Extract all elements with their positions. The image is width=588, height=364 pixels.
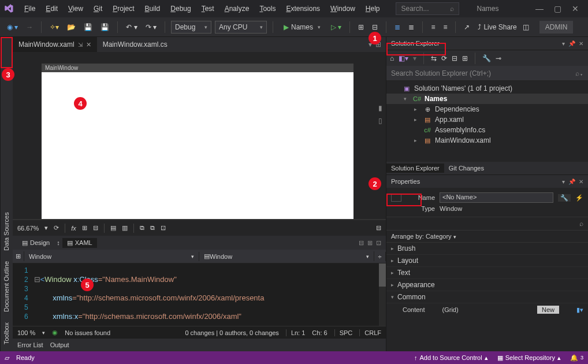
- bottom-tab-output[interactable]: Output: [50, 341, 69, 348]
- prop-category-brush[interactable]: ▸Brush: [386, 243, 588, 255]
- close-panel-icon[interactable]: ✕: [579, 40, 583, 47]
- designer-surface[interactable]: MainWindow ▮ ▯: [13, 52, 386, 220]
- indent-right-icon[interactable]: ≣: [406, 22, 416, 32]
- panel-menu-icon[interactable]: ▾: [562, 179, 565, 185]
- menu-analyze[interactable]: Analyze: [220, 2, 254, 15]
- tree-item[interactable]: ▣Solution 'Names' (1 of 1 project): [386, 83, 588, 94]
- menu-git[interactable]: Git: [89, 2, 107, 15]
- save-all-icon[interactable]: 💾: [98, 22, 111, 32]
- collapse-icon[interactable]: ⊟: [452, 54, 457, 62]
- fx-icon[interactable]: fx: [71, 225, 76, 232]
- prop-search[interactable]: ⌕: [386, 217, 588, 231]
- close-icon[interactable]: ✕: [572, 4, 579, 13]
- layout2-icon[interactable]: ⊟: [376, 224, 381, 232]
- refresh-icon[interactable]: ⟳: [441, 54, 447, 62]
- share-icon[interactable]: ↗: [462, 22, 472, 32]
- expand-icon[interactable]: ▯: [378, 117, 382, 125]
- tree-item[interactable]: ▸▤MainWindow.xaml: [386, 135, 588, 146]
- switch-view-icon[interactable]: ◧▾: [399, 54, 408, 62]
- undo-icon[interactable]: ↶ ▾: [124, 22, 139, 32]
- tree-item[interactable]: c#AssemblyInfo.cs: [386, 125, 588, 135]
- close-panel-icon[interactable]: ✕: [579, 179, 583, 185]
- menu-edit[interactable]: Edit: [41, 2, 62, 15]
- tree-item[interactable]: ▸▤App.xaml: [386, 114, 588, 125]
- feedback-icon[interactable]: ◫: [520, 22, 531, 32]
- left-tab-document-outline[interactable]: Document Outline: [2, 259, 12, 314]
- changes-status[interactable]: 0 changes | 0 authors, 0 changes: [185, 329, 278, 336]
- snap-icon[interactable]: ⊟: [93, 224, 98, 232]
- minimize-icon[interactable]: —: [535, 4, 544, 13]
- code-editor[interactable]: 123456 ⊟<Window x:Class="Names.MainWindo…: [13, 263, 386, 326]
- nav-fwd-icon[interactable]: →: [24, 22, 35, 32]
- panel-menu-icon[interactable]: ▾: [562, 40, 565, 47]
- collapse-icon[interactable]: ⊡: [376, 239, 381, 247]
- context-icon[interactable]: ⊞: [13, 251, 24, 261]
- prop-category-appearance[interactable]: ▸Appearance: [386, 279, 588, 291]
- layout-icon[interactable]: ⊡: [161, 224, 166, 232]
- menu-view[interactable]: View: [64, 2, 88, 15]
- home-icon[interactable]: ⌂: [390, 54, 394, 62]
- grid-icon[interactable]: ⊞: [82, 224, 87, 232]
- crlf-status[interactable]: CRLF: [359, 329, 381, 336]
- ln-status[interactable]: Ln: 1: [286, 329, 305, 336]
- panel-tab-solution-explorer[interactable]: Solution Explorer: [386, 164, 444, 173]
- misc2-icon[interactable]: ▥: [122, 224, 128, 232]
- spc-status[interactable]: SPC: [334, 329, 353, 336]
- wrench-icon[interactable]: 🔧: [482, 54, 491, 62]
- bottom-tab-error-list[interactable]: Error List: [17, 341, 43, 348]
- issues-status[interactable]: No issues found: [65, 329, 110, 336]
- open-icon[interactable]: 📂: [65, 22, 78, 32]
- menu-debug[interactable]: Debug: [166, 2, 195, 15]
- refresh-icon[interactable]: ⟳: [54, 224, 59, 232]
- new-item-icon[interactable]: ✧▾: [47, 22, 61, 32]
- context-right[interactable]: ▤ Window▾: [199, 251, 374, 261]
- search-box[interactable]: Search... ⌕: [396, 2, 459, 15]
- menu-test[interactable]: Test: [197, 2, 219, 15]
- pin-icon[interactable]: 📌: [568, 179, 575, 185]
- name-input[interactable]: <No Name>: [440, 192, 553, 203]
- code-icon[interactable]: ⧉: [140, 224, 144, 232]
- new-button[interactable]: New: [537, 306, 559, 314]
- start-button[interactable]: ▶ Names ▾: [279, 22, 325, 32]
- context-left[interactable]: Window▾: [24, 252, 199, 261]
- xaml-mode-tab[interactable]: ▤XAML: [62, 238, 97, 248]
- tool-misc2-icon[interactable]: ⊟: [370, 22, 380, 32]
- maximize-icon[interactable]: ▢: [554, 4, 561, 13]
- close-tab-icon[interactable]: ✕: [86, 41, 91, 49]
- event-icon[interactable]: ⚡: [575, 194, 583, 202]
- menu-file[interactable]: File: [20, 2, 40, 15]
- solution-tree[interactable]: ▣Solution 'Names' (1 of 1 project)▾C#Nam…: [386, 81, 588, 162]
- comment-icon[interactable]: ≡: [429, 22, 437, 32]
- swap-icon[interactable]: ↕: [57, 239, 60, 246]
- sync-icon[interactable]: ⇆: [431, 54, 437, 62]
- pin-icon[interactable]: 📌: [568, 40, 575, 47]
- wrench-icon[interactable]: 🔧: [558, 194, 571, 202]
- code2-icon[interactable]: ⧉: [150, 224, 155, 232]
- editor-scrollbar[interactable]: [379, 263, 386, 326]
- prop-category-text[interactable]: ▸Text: [386, 267, 588, 279]
- prop-category-common[interactable]: ▾Common: [386, 291, 588, 303]
- nav-back-icon[interactable]: ◉ ▾: [5, 22, 20, 32]
- config-dropdown[interactable]: Debug: [171, 21, 211, 34]
- redo-icon[interactable]: ↷ ▾: [143, 22, 159, 32]
- menu-extensions[interactable]: Extensions: [281, 2, 325, 15]
- doc-tab-mainwindow-xaml[interactable]: MainWindow.xaml ⇲ ✕: [13, 37, 97, 52]
- notifications-icon[interactable]: 🔔3: [570, 354, 583, 362]
- split-v-icon[interactable]: ⊞: [367, 239, 373, 247]
- save-icon[interactable]: 💾: [81, 22, 95, 32]
- menu-build[interactable]: Build: [140, 2, 165, 15]
- misc-icon[interactable]: ▤: [110, 224, 116, 232]
- panel-tab-git-changes[interactable]: Git Changes: [444, 164, 489, 173]
- marker-icon[interactable]: ▮▾: [576, 306, 583, 314]
- live-share-button[interactable]: ⤴ Live Share: [478, 23, 516, 31]
- menu-tools[interactable]: Tools: [255, 2, 280, 15]
- ch-status[interactable]: Ch: 6: [312, 329, 327, 336]
- preview-icon[interactable]: ⊸: [496, 54, 501, 62]
- context-plus-icon[interactable]: ÷: [374, 252, 386, 261]
- platform-dropdown[interactable]: Any CPU: [215, 21, 267, 34]
- ruler-icon[interactable]: ▮: [378, 104, 382, 112]
- split-h-icon[interactable]: ⊟: [359, 239, 364, 247]
- indent-left-icon[interactable]: ≣: [392, 22, 403, 32]
- uncomment-icon[interactable]: ≡: [441, 22, 449, 32]
- se-search[interactable]: Search Solution Explorer (Ctrl+;) ⌕▾: [386, 66, 588, 81]
